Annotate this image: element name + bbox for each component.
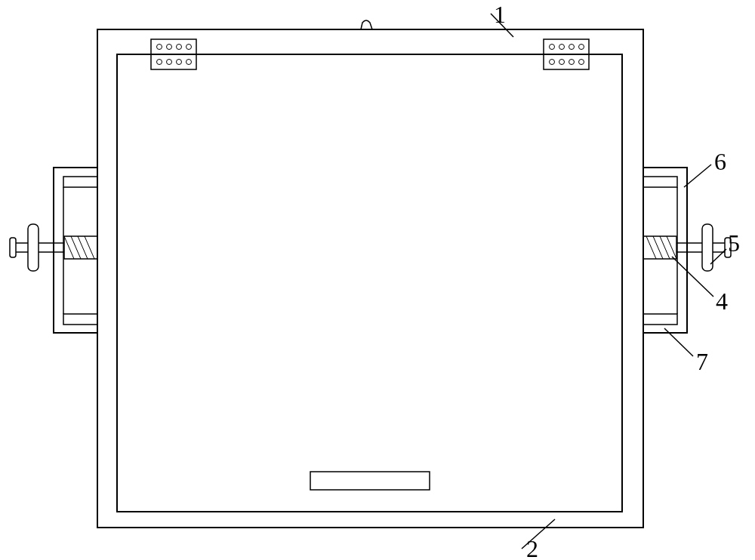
svg-point-13 <box>559 45 565 50</box>
svg-point-9 <box>186 60 192 65</box>
svg-rect-20 <box>643 177 677 187</box>
threaded-rod-left <box>64 236 97 259</box>
inner-panel <box>117 54 622 512</box>
svg-point-17 <box>559 60 565 65</box>
svg-point-4 <box>177 45 182 50</box>
patent-figure: 1 2 6 5 4 7 <box>0 0 755 560</box>
knob-right <box>702 224 731 271</box>
label-7: 7 <box>696 348 708 375</box>
svg-point-12 <box>550 45 555 50</box>
svg-rect-21 <box>643 314 677 325</box>
label-5: 5 <box>728 229 740 257</box>
threaded-rod-right <box>643 236 676 259</box>
svg-point-2 <box>157 45 162 50</box>
label-1: 1 <box>494 1 506 28</box>
svg-point-18 <box>569 60 575 65</box>
label-4: 4 <box>716 288 728 315</box>
leader-6 <box>684 165 711 187</box>
svg-point-14 <box>569 45 575 50</box>
svg-rect-0 <box>151 39 196 54</box>
svg-rect-34 <box>63 177 97 187</box>
svg-point-19 <box>579 60 584 65</box>
svg-rect-47 <box>10 238 16 257</box>
label-2: 2 <box>526 535 538 560</box>
knob-left <box>10 224 39 271</box>
outer-box <box>97 29 643 528</box>
top-tab <box>361 20 372 29</box>
svg-point-16 <box>550 60 555 65</box>
svg-point-6 <box>157 60 162 65</box>
svg-point-3 <box>167 45 172 50</box>
svg-rect-10 <box>544 39 589 54</box>
label-6: 6 <box>714 148 726 175</box>
svg-point-15 <box>579 45 584 50</box>
svg-point-5 <box>186 45 192 50</box>
left-clamp-assembly <box>10 168 97 333</box>
hinge-left <box>151 39 196 69</box>
svg-rect-1 <box>151 54 196 69</box>
hinge-right <box>544 39 589 69</box>
svg-point-8 <box>177 60 182 65</box>
svg-rect-35 <box>63 314 97 325</box>
handle-slot <box>310 472 430 490</box>
svg-point-7 <box>167 60 172 65</box>
svg-rect-11 <box>544 54 589 69</box>
svg-rect-44 <box>28 224 39 271</box>
leader-4 <box>672 257 713 297</box>
